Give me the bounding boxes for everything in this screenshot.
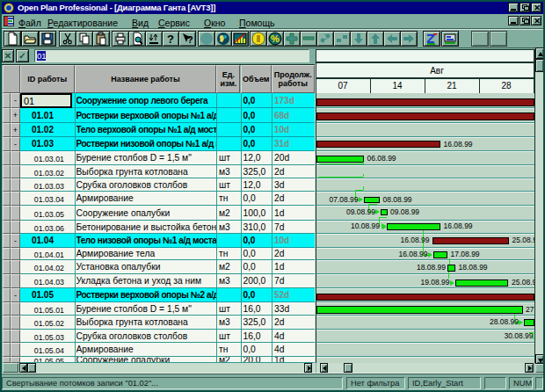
svg-text:%: % <box>271 33 280 44</box>
svg-text:?: ? <box>167 33 174 46</box>
svg-text:?: ? <box>187 34 193 45</box>
